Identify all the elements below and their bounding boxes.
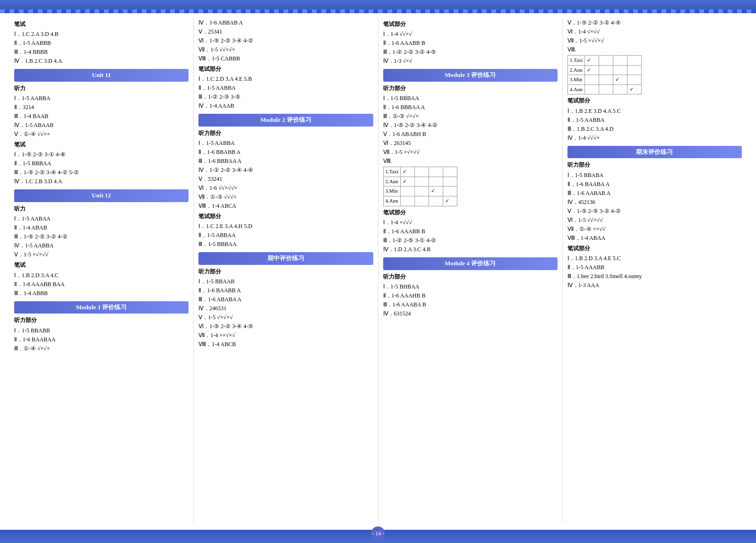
answer-line: Ⅲ．1-⑤ 2-② 3-② 4-② (14, 232, 189, 241)
answer-line: Ⅴ．25341 (198, 27, 373, 36)
answer-line: Ⅰ．1.B 2.D 3.A 4.C (14, 271, 189, 280)
table-cell (415, 167, 429, 177)
answer-line: Ⅰ．1.C 2.E 3.A 4.H 5.D (198, 222, 373, 230)
table-cell (599, 75, 613, 85)
table-cell (443, 167, 457, 177)
answer-line: Ⅲ．①-④ √×√× (14, 344, 189, 353)
table-cell (613, 65, 627, 75)
table-cell (613, 56, 627, 66)
answer-line: Ⅰ．1-5 BBBAA (383, 94, 558, 102)
table-cell: 1.Taxi (383, 167, 401, 177)
answer-line: Ⅴ．1-⑤ 2-⑤ 3-② 4-② (567, 207, 742, 215)
answer-line: Ⅱ．1-6 AAABB B (383, 39, 558, 47)
table-cell: ✓ (585, 56, 599, 66)
subsection-header: 听力部分 (383, 272, 558, 281)
answer-line: Ⅱ．1-6 AAABB B (383, 227, 558, 236)
unit-title: Unit 11 (14, 69, 189, 82)
answer-line: Ⅰ．1-5 BBABA (567, 171, 742, 179)
answer-line: Ⅱ．1-6 AAAHB B (383, 291, 558, 300)
answer-line: Ⅳ．631524 (383, 309, 558, 318)
answer-line: Ⅰ．1.B 2.D 3.A 4.E 5.C (567, 254, 742, 263)
answer-line: Ⅴ．1-5 √×√×√ (198, 313, 373, 322)
subsection-header: 笔试 (14, 140, 189, 149)
table-cell (401, 187, 415, 196)
answer-line: Ⅲ．1-4 ABBB (14, 289, 189, 297)
answer-line: Ⅰ．1.B 2.E 3.D 4.A 5.C (567, 107, 742, 115)
table-cell (585, 85, 599, 94)
subsection-header: 笔试 (14, 261, 189, 270)
subsection-header: 笔试部分 (198, 212, 373, 221)
answer-line: Ⅵ．1-⑤ 2-② 3-④ 4-⑤ (198, 322, 373, 331)
answer-line: Ⅳ．1-3 √×√ (383, 57, 558, 65)
unit-title: Unit 12 (14, 189, 189, 202)
answer-line: Ⅲ．1-② 2-⑤ 3-① 4-② (383, 236, 558, 245)
column-1: 笔试Ⅰ．1.C 2.A 3.D 4.BⅡ．1-5 AABBBⅢ．1-4 BBBB… (9, 18, 194, 523)
answer-line: Ⅱ．1-5 ABBAA (198, 231, 373, 239)
answer-line: Ⅱ．1-5 AABBB (14, 39, 189, 47)
table-cell: 3.Min (383, 187, 401, 196)
subsection-header: 听力部分 (198, 129, 373, 138)
answer-line: Ⅲ．1-6 ABABA A (198, 295, 373, 304)
table-cell (599, 65, 613, 75)
answer-line: Ⅱ．1-6 BBBAA A (383, 103, 558, 111)
answer-line: Ⅶ．1-5 ×√√×√ (567, 36, 742, 45)
answer-line: Ⅲ．①-③ √×√× (383, 112, 558, 120)
table-cell (627, 65, 642, 75)
table-cell (429, 167, 443, 177)
answer-line: Ⅱ．1-8 AAABB BAA (14, 280, 189, 288)
answer-line: Ⅱ．1-6 BBABB A (198, 148, 373, 156)
answer-line: Ⅲ．1-⑤ 2-② 3-④ 4-② 5-② (14, 168, 189, 177)
answer-line: Ⅱ．1-5 AAABB (567, 263, 742, 272)
answer-line: Ⅲ．1-② 2-③ 3-⑤ (198, 93, 373, 101)
table-cell: 1.Taxi (567, 56, 585, 66)
answer-line: Ⅴ．①-④ √√×× (14, 130, 189, 138)
answer-line: Ⅲ．1-6 AABAB A (567, 189, 742, 197)
table-cell: ✓ (613, 75, 627, 85)
answer-line: Ⅱ．3214 (14, 103, 189, 111)
answer-line: Ⅲ．1-5 BBBAA (198, 240, 373, 248)
answer-line: Ⅵ．263145 (383, 139, 558, 147)
answer-line: Ⅳ．1.C 2.B 3.D 4.A (14, 177, 189, 186)
subsection-header: 听力部分 (383, 84, 558, 93)
answer-line: Ⅴ．53241 (198, 175, 373, 183)
answer-line: Ⅱ．1-6 BAABAA (14, 335, 189, 344)
column-2: Ⅳ．1-6 ABBAB AⅤ．25341Ⅵ．1-⑤ 2-② 3-④ 4-②Ⅶ．1… (194, 18, 378, 523)
answer-line: Ⅶ．1-4 ××√×√ (198, 331, 373, 339)
answer-line: Ⅲ．1-② 2-② 3-② 4-⑤ (383, 48, 558, 56)
answer-line: Ⅳ．1-⑤ 2-② 3-④ 4-② (383, 121, 558, 129)
answer-line: Ⅳ．1-4 √√√× (567, 134, 742, 142)
answer-line: Ⅷ．1-4 ABAA (567, 234, 742, 242)
table-cell (429, 196, 443, 206)
subsection-header: 听力 (14, 84, 189, 93)
answer-line: Ⅶ．1-5 ×√×√√ (383, 148, 558, 156)
answer-line: Ⅷ．1-5 CABBB (198, 54, 373, 63)
answer-line: Ⅶ．①-④ ××√√ (567, 225, 742, 233)
table-cell: ✓ (443, 196, 457, 206)
answer-line: Ⅰ．1.C 2.D 3.A 4.E 5.B (198, 75, 373, 83)
table-cell: ✓ (429, 187, 443, 196)
answer-line: Ⅰ．1-4 √√×√ (383, 30, 558, 38)
table-header-label: Ⅷ. (567, 45, 742, 54)
answer-line: Ⅳ．1-4 AAAB (198, 102, 373, 110)
column-3: 笔试部分Ⅰ．1-4 √√×√Ⅱ．1-6 AAABB BⅢ．1-② 2-② 3-②… (378, 18, 563, 523)
column-4: Ⅴ．1-⑤ 2-② 3-② 4-④Ⅵ．1-4 √×√√Ⅶ．1-5 ×√√×√Ⅷ.… (563, 18, 747, 523)
answer-line: Ⅴ．1-6 ABABH B (383, 130, 558, 138)
table-cell: ✓ (585, 65, 599, 75)
answer-line: Ⅳ．1.D 2.A 3.C 4.B (383, 245, 558, 254)
answer-line: Ⅳ．1.B 2.C 3.D 4.A (14, 57, 189, 65)
table-cell (415, 187, 429, 196)
answer-line: Ⅰ．1.C 2.A 3.D 4.B (14, 30, 189, 38)
answer-line: Ⅰ．1-5 AABBA (14, 94, 189, 102)
answer-line: Ⅷ．1-4 ABCA (198, 202, 373, 210)
module-title: Module 4 评价练习 (383, 257, 558, 270)
answer-line: Ⅰ．1-5 BBAAB (198, 277, 373, 286)
module-title: 期中评价练习 (198, 252, 373, 265)
answer-line: Ⅱ．1-5 BBBAA (14, 159, 189, 168)
subsection-header: 听力 (14, 204, 189, 213)
subsection-header: 听力部分 (567, 161, 742, 170)
answer-line: Ⅳ．1-6 ABBAB A (198, 18, 373, 27)
answer-line: Ⅴ．1-5 ×√×√√ (14, 250, 189, 259)
answer-line: Ⅳ．1-① 2-② 3-④ 4-④ (198, 166, 373, 174)
table-cell (627, 75, 642, 85)
answer-line: Ⅱ．1-6 BAABB A (198, 286, 373, 295)
